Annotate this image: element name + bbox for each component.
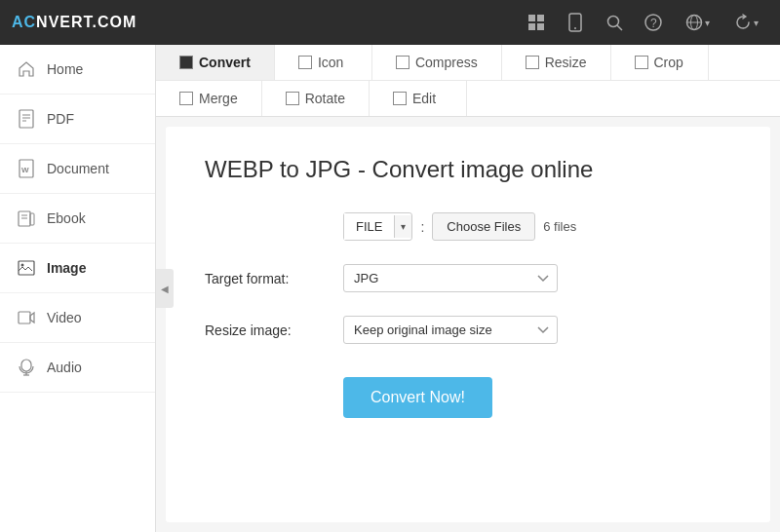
refresh-arrow: ▾ — [754, 18, 759, 28]
sidebar-item-image-label: Image — [47, 260, 86, 276]
colon: : — [420, 219, 424, 235]
menu-tab-resize[interactable]: Resize — [502, 45, 611, 80]
globe-icon — [685, 14, 703, 31]
svg-point-6 — [608, 17, 619, 27]
search-icon-button[interactable] — [597, 5, 632, 40]
edit-check-icon — [393, 92, 407, 105]
sidebar-item-audio[interactable]: Audio — [0, 343, 155, 393]
sidebar-item-image[interactable]: Image — [0, 244, 155, 293]
refresh-button[interactable]: ▾ — [723, 5, 768, 40]
merge-check-icon — [179, 92, 193, 105]
refresh-icon — [734, 14, 752, 31]
content-area: Convert Icon Compress Resize Crop — [156, 45, 780, 532]
svg-rect-1 — [537, 15, 544, 21]
search-icon — [605, 14, 623, 31]
menu-tab-crop[interactable]: Crop — [611, 45, 709, 80]
menu-tab-icon-label: Icon — [318, 55, 343, 70]
page-title: WEBP to JPG - Convert image online — [205, 156, 731, 183]
svg-line-7 — [617, 25, 622, 30]
home-icon — [16, 58, 37, 80]
target-format-label: Target format: — [205, 271, 332, 286]
top-menu-row-2: Merge Rotate Edit — [156, 81, 780, 116]
convert-check-icon — [179, 56, 193, 69]
menu-tab-rotate[interactable]: Rotate — [262, 81, 370, 116]
menu-tab-compress[interactable]: Compress — [372, 45, 502, 80]
svg-rect-22 — [30, 213, 34, 225]
audio-icon — [16, 357, 37, 378]
menu-tab-merge[interactable]: Merge — [156, 81, 262, 116]
menu-tab-icon[interactable]: Icon — [275, 45, 372, 80]
crop-check-icon — [635, 56, 648, 69]
top-menu-row-1: Convert Icon Compress Resize Crop — [156, 45, 780, 81]
sidebar-item-audio-label: Audio — [47, 360, 82, 375]
resize-image-row: Resize image: Keep original image size C… — [205, 316, 731, 344]
svg-point-5 — [574, 27, 576, 29]
convert-now-button[interactable]: Convert Now! — [343, 377, 492, 418]
document-icon: W — [16, 158, 37, 179]
grid-icon-button[interactable] — [519, 5, 554, 40]
menu-tab-convert[interactable]: Convert — [156, 45, 275, 80]
page-content: WEBP to JPG - Convert image online FILE … — [166, 127, 770, 522]
sidebar-item-document-label: Document — [47, 161, 109, 176]
menu-tab-resize-label: Resize — [545, 55, 587, 70]
menu-tab-edit[interactable]: Edit — [370, 81, 467, 116]
svg-text:?: ? — [650, 17, 657, 30]
file-form-row: FILE ▾ : Choose Files 6 files — [205, 212, 731, 241]
mobile-icon-button[interactable] — [558, 5, 593, 40]
resize-check-icon — [526, 56, 539, 69]
sidebar-item-video-label: Video — [47, 310, 82, 325]
video-icon — [16, 307, 37, 328]
collapse-arrow-icon: ◀ — [161, 284, 169, 294]
logo-ac: AC — [12, 14, 36, 30]
compress-check-icon — [396, 56, 410, 69]
help-icon: ? — [644, 14, 662, 31]
sidebar: Home PDF W Document — [0, 45, 156, 532]
menu-tab-crop-label: Crop — [654, 55, 683, 70]
target-format-select[interactable]: JPG PNG WEBP GIF — [343, 264, 558, 292]
svg-rect-26 — [21, 360, 31, 371]
menu-tab-edit-label: Edit — [412, 91, 436, 106]
ebook-icon — [16, 208, 37, 229]
svg-point-24 — [21, 264, 24, 267]
navbar: ACNVERT.COM ? — [0, 0, 780, 45]
svg-rect-2 — [528, 23, 535, 30]
language-button[interactable]: ▾ — [675, 5, 720, 40]
icon-check-icon — [298, 56, 312, 69]
sidebar-item-ebook-label: Ebook — [47, 210, 86, 226]
menu-tab-rotate-label: Rotate — [305, 91, 345, 106]
sidebar-item-document[interactable]: W Document — [0, 144, 155, 194]
svg-text:W: W — [21, 166, 29, 174]
file-dropdown-arrow[interactable]: ▾ — [394, 215, 411, 238]
sidebar-item-home[interactable]: Home — [0, 45, 155, 95]
menu-tab-merge-label: Merge — [199, 91, 238, 106]
file-input-group: FILE ▾ : Choose Files 6 files — [343, 212, 576, 241]
svg-rect-3 — [537, 23, 544, 30]
sidebar-item-pdf-label: PDF — [47, 111, 74, 127]
svg-rect-13 — [20, 110, 33, 128]
resize-image-select[interactable]: Keep original image size Custom size — [343, 316, 558, 344]
help-icon-button[interactable]: ? — [636, 5, 671, 40]
top-menu: Convert Icon Compress Resize Crop — [156, 45, 780, 117]
sidebar-item-ebook[interactable]: Ebook — [0, 194, 155, 244]
sidebar-item-home-label: Home — [47, 61, 83, 77]
file-label-button[interactable]: FILE — [344, 213, 394, 240]
menu-tab-compress-label: Compress — [415, 55, 478, 70]
rotate-check-icon — [286, 92, 299, 105]
sidebar-collapse-button[interactable]: ◀ — [156, 269, 174, 308]
logo: ACNVERT.COM — [12, 14, 519, 31]
resize-image-label: Resize image: — [205, 323, 332, 338]
language-arrow: ▾ — [705, 18, 710, 28]
navbar-icons: ? ▾ ▾ — [519, 5, 768, 40]
svg-rect-25 — [19, 312, 30, 323]
svg-rect-0 — [528, 15, 535, 21]
convert-button-row: Convert Now! — [205, 367, 731, 418]
logo-nvert: NVERT.COM — [36, 14, 136, 30]
main-layout: Home PDF W Document — [0, 45, 780, 532]
target-format-row: Target format: JPG PNG WEBP GIF — [205, 264, 731, 292]
sidebar-item-video[interactable]: Video — [0, 293, 155, 343]
image-icon — [16, 257, 37, 279]
sidebar-item-pdf[interactable]: PDF — [0, 95, 155, 144]
pdf-icon — [16, 108, 37, 130]
grid-icon — [527, 14, 545, 31]
choose-files-button[interactable]: Choose Files — [432, 212, 535, 241]
